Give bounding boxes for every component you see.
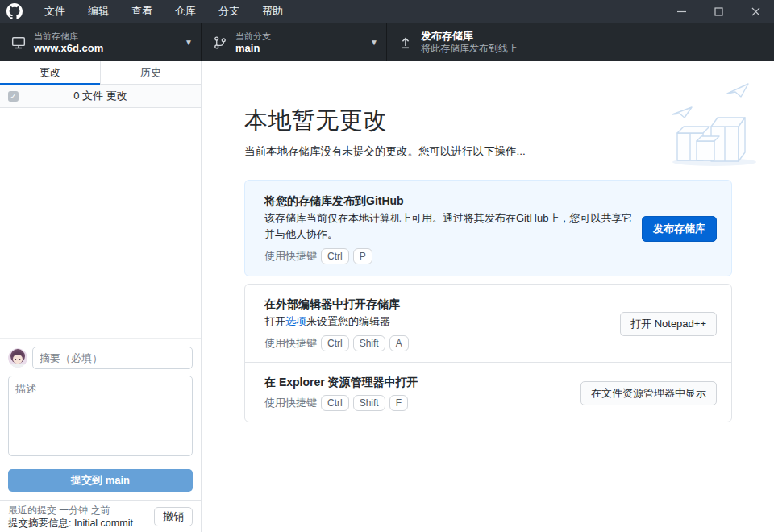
titlebar: 文件 编辑 查看 仓库 分支 帮助 bbox=[0, 0, 774, 23]
tab-history[interactable]: 历史 bbox=[100, 61, 201, 85]
menu-repository[interactable]: 仓库 bbox=[164, 0, 207, 23]
tab-changes[interactable]: 更改 bbox=[0, 61, 100, 85]
options-link[interactable]: 选项 bbox=[285, 315, 306, 327]
key-ctrl: Ctrl bbox=[321, 335, 349, 351]
upload-icon bbox=[398, 35, 413, 50]
open-notepad-button[interactable]: 打开 Notepad++ bbox=[620, 312, 717, 336]
publish-subtitle: 将此存储库发布到线上 bbox=[421, 43, 564, 55]
toolbar: 当前存储库 www.x6d.com ▼ 当前分支 main ▼ 发布存储库 将此… bbox=[0, 23, 774, 61]
publish-repository-button[interactable]: 发布存储库 bbox=[642, 216, 717, 242]
publish-card-title: 将您的存储库发布到GitHub bbox=[264, 193, 642, 208]
blankslate: 本地暂无更改 当前本地存储库没有未提交的更改。您可以进行以下操作... 将您的存… bbox=[202, 105, 774, 422]
github-logo-icon bbox=[6, 3, 23, 19]
editor-card-title: 在外部编辑器中打开存储库 bbox=[264, 297, 620, 311]
changed-files-header: ✓ 0 文件 更改 bbox=[0, 85, 201, 108]
key-a: A bbox=[389, 335, 409, 351]
menu-edit[interactable]: 编辑 bbox=[77, 0, 120, 23]
changes-list bbox=[0, 108, 201, 338]
select-all-checkbox[interactable]: ✓ bbox=[8, 91, 19, 102]
computer-icon bbox=[11, 35, 26, 50]
menu-branch[interactable]: 分支 bbox=[207, 0, 251, 23]
app-body: 更改 历史 ✓ 0 文件 更改 bbox=[0, 61, 774, 532]
explorer-card-title: 在 Explorer 资源管理器中打开 bbox=[264, 375, 580, 389]
github-desktop-window: 文件 编辑 查看 仓库 分支 帮助 当前存储库 www.x6d.com ▼ bbox=[0, 0, 774, 532]
key-ctrl: Ctrl bbox=[321, 248, 349, 264]
open-in-editor-card: 在外部编辑器中打开存储库 打开选项来设置您的编辑器 使用快捷键 Ctrl Shi… bbox=[245, 285, 731, 362]
key-f: F bbox=[389, 395, 408, 411]
undo-button[interactable]: 撤销 bbox=[154, 507, 193, 526]
menu-view[interactable]: 查看 bbox=[120, 0, 164, 23]
branch-label: 当前分支 bbox=[235, 31, 367, 42]
commit-to-main-button[interactable]: 提交到 main bbox=[8, 469, 193, 492]
publish-title: 发布存储库 bbox=[421, 30, 564, 43]
commit-form: 提交到 main bbox=[0, 338, 201, 500]
window-controls bbox=[663, 0, 774, 23]
publish-card: 将您的存储库发布到GitHub 该存储库当前仅在本地计算机上可用。通过将其发布在… bbox=[244, 180, 732, 276]
publish-card-body: 该存储库当前仅在本地计算机上可用。通过将其发布在GitHub上，您可以共享它并与… bbox=[264, 210, 642, 243]
key-p: P bbox=[353, 248, 372, 264]
current-branch-dropdown[interactable]: 当前分支 main ▼ bbox=[202, 23, 387, 61]
publish-repository-toolbar-button[interactable]: 发布存储库 将此存储库发布到线上 bbox=[387, 23, 572, 61]
explorer-card-shortcut: 使用快捷键 Ctrl Shift F bbox=[264, 395, 580, 411]
actions-card-group: 在外部编辑器中打开存储库 打开选项来设置您的编辑器 使用快捷键 Ctrl Shi… bbox=[244, 284, 732, 422]
current-repository-dropdown[interactable]: 当前存储库 www.x6d.com ▼ bbox=[0, 23, 202, 61]
commit-summary-input[interactable] bbox=[32, 347, 193, 369]
menu-file[interactable]: 文件 bbox=[33, 0, 77, 23]
branch-name: main bbox=[235, 42, 367, 55]
publish-card-shortcut: 使用快捷键 Ctrl P bbox=[264, 248, 642, 264]
chevron-down-icon: ▼ bbox=[370, 38, 378, 47]
menu-help[interactable]: 帮助 bbox=[251, 0, 294, 23]
avatar bbox=[8, 348, 27, 368]
page-subtitle: 当前本地存储库没有未提交的更改。您可以进行以下操作... bbox=[244, 144, 732, 159]
repository-name: www.x6d.com bbox=[34, 42, 181, 55]
close-button[interactable] bbox=[737, 0, 774, 23]
minimize-button[interactable] bbox=[663, 0, 700, 23]
main-panel: 本地暂无更改 当前本地存储库没有未提交的更改。您可以进行以下操作... 将您的存… bbox=[202, 61, 774, 532]
file-count-label: 0 文件 更改 bbox=[0, 89, 201, 103]
show-in-explorer-button[interactable]: 在文件资源管理器中显示 bbox=[580, 381, 717, 405]
editor-card-body: 打开选项来设置您的编辑器 bbox=[264, 314, 620, 330]
recent-commit-bar: 最近的提交 一分钟 之前 提交摘要信息: Initial commit 撤销 bbox=[0, 500, 201, 532]
commit-description-input[interactable] bbox=[8, 376, 193, 456]
key-shift: Shift bbox=[353, 335, 385, 351]
repository-label: 当前存储库 bbox=[34, 31, 181, 42]
maximize-button[interactable] bbox=[700, 0, 737, 23]
sidebar: 更改 历史 ✓ 0 文件 更改 bbox=[0, 61, 202, 532]
key-ctrl: Ctrl bbox=[321, 395, 349, 411]
git-branch-icon bbox=[213, 35, 227, 50]
chevron-down-icon: ▼ bbox=[185, 38, 193, 47]
open-in-explorer-card: 在 Explorer 资源管理器中打开 使用快捷键 Ctrl Shift F 在… bbox=[245, 362, 731, 422]
key-shift: Shift bbox=[353, 395, 385, 411]
page-title: 本地暂无更改 bbox=[244, 105, 732, 137]
sidebar-tabs: 更改 历史 bbox=[0, 61, 201, 85]
editor-card-shortcut: 使用快捷键 Ctrl Shift A bbox=[264, 335, 620, 351]
